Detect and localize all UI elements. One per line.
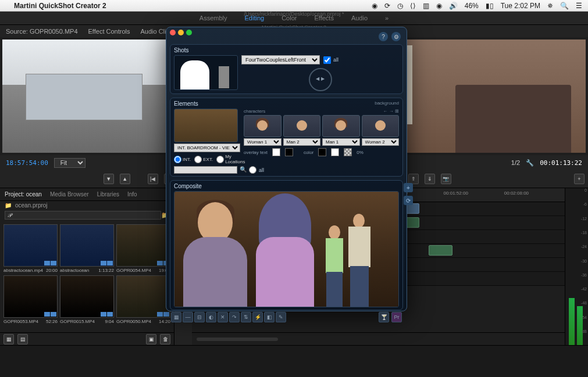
display-icon[interactable]: ▥ xyxy=(423,2,429,10)
background-label: background xyxy=(375,100,399,109)
menu-icon[interactable]: ☰ xyxy=(576,2,582,10)
dtool-5-icon[interactable]: ✕ xyxy=(218,312,228,322)
martini-dialog[interactable]: ? ⚙ Shots FourTwoCouplesLeftFront all El… xyxy=(166,27,407,311)
bluetooth-icon[interactable]: ✵ xyxy=(547,2,553,10)
close-icon[interactable] xyxy=(170,30,176,35)
character-cell[interactable]: Woman 2 xyxy=(362,115,400,146)
sync-icon[interactable]: ⟳ xyxy=(384,2,390,10)
add-icon[interactable]: + xyxy=(404,183,413,192)
character-dropdown[interactable]: Woman 2 xyxy=(362,138,400,146)
character-cell[interactable]: Man 1 xyxy=(322,115,360,146)
new-item-icon[interactable]: ▣ xyxy=(146,334,156,344)
tab-assembly[interactable]: Assembly xyxy=(199,15,227,21)
project-search-input[interactable] xyxy=(5,211,161,220)
all-checkbox[interactable] xyxy=(323,56,331,64)
battery-icon[interactable]: ▮▯ xyxy=(486,2,494,10)
character-dropdown[interactable]: Woman 1 xyxy=(244,138,281,146)
media-browser-tab[interactable]: Media Browser xyxy=(50,191,89,198)
shot-preset-dropdown[interactable]: FourTwoCouplesLeftFront xyxy=(241,55,320,64)
clock-icon[interactable]: ◷ xyxy=(397,2,403,10)
dtool-6-icon[interactable]: ↷ xyxy=(229,312,240,322)
overlay-text-label: overlay text xyxy=(244,150,268,155)
export-frame-icon[interactable]: 📷 xyxy=(441,174,451,184)
zoom-icon[interactable] xyxy=(186,30,192,35)
character-dropdown[interactable]: Man 2 xyxy=(283,138,321,146)
go-in-icon[interactable]: |◀ xyxy=(148,174,158,184)
bin-clip[interactable]: GOPR0053.MP452:26 xyxy=(3,275,58,324)
source-tab[interactable]: Source: GOPR0050.MP4 xyxy=(6,28,78,35)
app-title[interactable]: Martini QuickShot Creator 2 xyxy=(14,2,106,10)
overlay-swatch[interactable] xyxy=(285,148,293,156)
ruler-mark: 00:02:08:00 xyxy=(504,191,529,196)
background-thumb[interactable] xyxy=(174,109,238,142)
effect-controls-tab[interactable]: Effect Controls xyxy=(88,28,130,35)
martini-icon[interactable]: 🍸 xyxy=(379,312,389,322)
project-panel: Project: ocean Media Browser Libraries I… xyxy=(0,188,174,345)
dtool-4-icon[interactable]: ◐ xyxy=(206,312,216,322)
wifi-icon[interactable]: ◉ xyxy=(436,2,442,10)
location-search-input[interactable] xyxy=(174,166,237,174)
shot-silhouette[interactable] xyxy=(174,55,238,90)
composite-section: Composite + ⟳ xyxy=(170,180,403,310)
cc-icon[interactable]: ◉ xyxy=(372,2,377,10)
meter-mark: -48 xyxy=(581,301,587,305)
nav-pad[interactable] xyxy=(309,68,332,91)
char-nav-icons[interactable]: ← → ⊞ xyxy=(383,109,399,114)
libraries-tab[interactable]: Libraries xyxy=(97,191,119,198)
dtool-3-icon[interactable]: ⊟ xyxy=(194,312,205,322)
color-swatch-2[interactable] xyxy=(331,148,339,156)
project-bin[interactable]: abstractocean.mp420:00abstractocean1:13:… xyxy=(0,221,174,332)
add-button-icon[interactable]: + xyxy=(574,174,585,184)
ext-radio[interactable] xyxy=(194,156,202,163)
timeline-zoom-slider[interactable] xyxy=(197,337,278,341)
dtool-9-icon[interactable]: ◧ xyxy=(264,312,275,322)
trash-icon[interactable]: 🗑 xyxy=(160,334,170,344)
volume-icon[interactable]: 🔊 xyxy=(449,2,458,10)
dtool-7-icon[interactable]: ⇅ xyxy=(241,312,251,322)
meter-mark: -30 xyxy=(581,259,587,263)
dtool-8-icon[interactable]: ⚡ xyxy=(252,312,263,322)
myloc-radio[interactable] xyxy=(216,156,224,163)
overlay-swatch[interactable] xyxy=(272,148,280,156)
wrench-icon[interactable]: 🔧 xyxy=(526,159,534,167)
tab-more[interactable]: » xyxy=(385,15,389,21)
source-timecode[interactable]: 18:57:54:00 xyxy=(6,159,48,167)
mark-out-icon[interactable]: ▲ xyxy=(120,174,130,184)
premiere-icon[interactable]: Pr xyxy=(391,312,402,322)
help-icon[interactable]: ? xyxy=(379,32,388,41)
character-dropdown[interactable]: Man 1 xyxy=(322,138,360,146)
tab-audio[interactable]: Audio xyxy=(351,15,368,21)
dtool-10-icon[interactable]: ✎ xyxy=(276,312,286,322)
icon-view-icon[interactable]: ▤ xyxy=(17,334,28,344)
dtool-2-icon[interactable]: — xyxy=(183,312,193,322)
character-cell[interactable]: Man 2 xyxy=(283,115,321,146)
minimize-icon[interactable] xyxy=(178,30,184,35)
alpha-swatch[interactable] xyxy=(344,148,352,156)
bin-clip[interactable]: GOPR0015.MP49:04 xyxy=(60,275,114,324)
bin-clip[interactable]: abstractocean.mp420:00 xyxy=(3,224,58,273)
composite-viewport[interactable] xyxy=(174,191,399,307)
refresh-icon[interactable]: ⟳ xyxy=(404,196,413,205)
bin-clip[interactable]: abstractocean1:13:22 xyxy=(60,224,114,273)
bin-clip[interactable]: GOPR0050.MP414:20 xyxy=(116,275,170,324)
character-cell[interactable]: Woman 1 xyxy=(244,115,281,146)
dtool-1-icon[interactable]: ▦ xyxy=(171,312,181,322)
nav-icon[interactable]: ⟨⟩ xyxy=(410,2,416,10)
project-tab[interactable]: Project: ocean xyxy=(5,191,42,198)
search-icon[interactable]: 🔍 xyxy=(560,2,569,10)
folder-icon: 📁 xyxy=(5,202,12,209)
color-label: color xyxy=(304,150,313,155)
elements-heading: Elements xyxy=(174,100,198,107)
list-view-icon[interactable]: ▦ xyxy=(3,334,14,344)
int-radio[interactable] xyxy=(174,156,181,163)
fit-dropdown[interactable]: Fit xyxy=(54,158,85,168)
color-swatch-1[interactable] xyxy=(318,148,326,156)
extract-icon[interactable]: ⇓ xyxy=(425,174,435,184)
mark-in-icon[interactable]: ▼ xyxy=(104,174,114,184)
info-tab[interactable]: Info xyxy=(127,191,137,198)
location-dropdown[interactable]: INT. BOARDROOM - VIEW FR xyxy=(174,143,240,152)
settings-gear-icon[interactable]: ⚙ xyxy=(391,32,401,41)
audio-clip[interactable] xyxy=(429,245,453,256)
bin-clip[interactable]: GOPR0054.MP419:00 xyxy=(116,224,170,273)
program-timecode[interactable]: 00:01:13:22 xyxy=(540,159,582,167)
